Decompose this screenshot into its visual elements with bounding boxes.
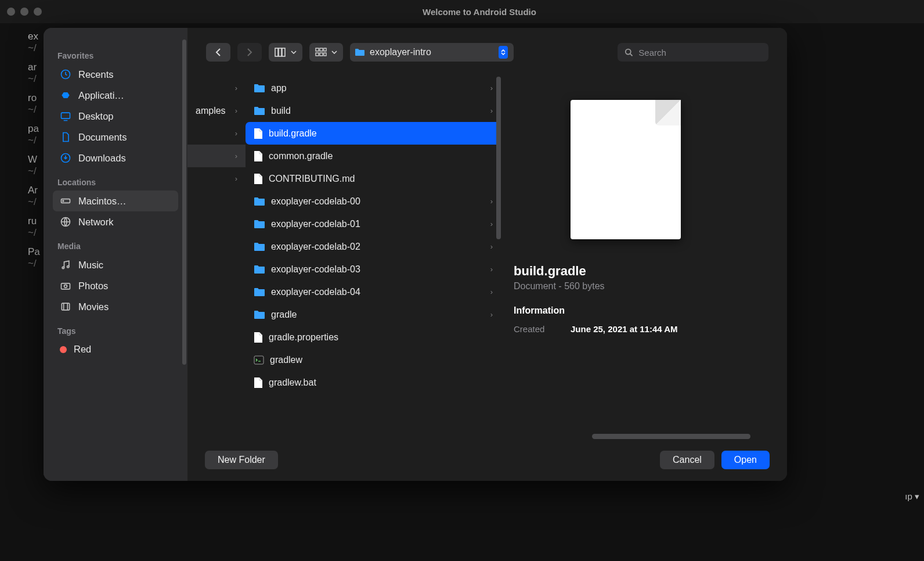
desktop-icon	[60, 110, 71, 122]
sidebar-item-downloads[interactable]: Downloads	[53, 148, 178, 168]
doc-icon	[60, 131, 71, 143]
sidebar-item-macintosh-hd[interactable]: Macintos…	[53, 190, 178, 211]
file-name: app	[271, 83, 287, 94]
zoom-window-button[interactable]	[34, 8, 42, 16]
stepper-icon	[499, 46, 508, 59]
sidebar-item-label: Network	[78, 217, 114, 228]
background-project-list: ex~/ ar~/ ro~/ pa~/ W~/ Ar~/ ru~/ Pa~/	[28, 23, 40, 276]
sidebar-item-tag-red[interactable]: Red	[53, 339, 178, 359]
hdd-icon	[60, 195, 71, 207]
dialog-toolbar: exoplayer-intro	[187, 28, 787, 77]
traffic-lights	[7, 8, 42, 16]
sidebar-item-documents[interactable]: Documents	[53, 127, 178, 148]
new-folder-button[interactable]: New Folder	[205, 451, 278, 469]
sidebar-item-applications[interactable]: Applicati…	[53, 85, 178, 106]
svg-point-6	[62, 267, 64, 268]
list-item[interactable]: exoplayer-codelab-02›	[246, 235, 501, 258]
music-icon	[60, 259, 71, 271]
list-item[interactable]: exoplayer-codelab-01›	[246, 213, 501, 235]
titlebar: Welcome to Android Studio	[0, 0, 924, 23]
view-group-button[interactable]	[309, 43, 343, 62]
file-name: exoplayer-codelab-02	[271, 242, 360, 252]
list-item[interactable]: ›	[187, 122, 246, 145]
list-item[interactable]: build.gradle	[246, 122, 501, 145]
chevron-down-icon	[291, 51, 297, 54]
sidebar-item-label: Movies	[78, 301, 109, 312]
svg-rect-8	[62, 283, 70, 289]
sidebar-section-media: Media	[57, 242, 178, 251]
list-item[interactable]: ›	[187, 145, 246, 167]
sidebar-item-music[interactable]: Music	[53, 254, 178, 275]
nav-forward-button[interactable]	[237, 43, 262, 62]
file-name: gradlew.bat	[269, 377, 316, 388]
search-field[interactable]	[618, 43, 768, 62]
list-item[interactable]: amples›	[187, 99, 246, 122]
list-item[interactable]: gradlew	[246, 348, 501, 371]
list-item[interactable]: ›	[187, 167, 246, 190]
file-icon	[254, 332, 263, 343]
svg-rect-14	[316, 48, 319, 51]
list-item[interactable]: exoplayer-codelab-00›	[246, 190, 501, 213]
sidebar-item-label: Red	[74, 344, 91, 355]
list-item[interactable]: gradle.properties	[246, 326, 501, 348]
sidebar-item-movies[interactable]: Movies	[53, 296, 178, 317]
tag-dot-icon	[60, 346, 67, 353]
chevron-down-icon	[331, 51, 337, 54]
preview-created-value: June 25, 2021 at 11:44 AM	[571, 324, 678, 334]
columns-icon	[275, 48, 286, 57]
page-fold-icon	[655, 100, 681, 125]
exec-icon	[254, 355, 264, 365]
folder-icon	[254, 84, 265, 93]
list-item[interactable]: common.gradle	[246, 145, 501, 167]
sidebar-item-label: Applicati…	[78, 90, 124, 101]
location-name: exoplayer-intro	[370, 47, 431, 57]
svg-rect-10	[62, 303, 69, 310]
preview-h-scrollbar[interactable]	[517, 434, 750, 439]
finder-sidebar: Favorites Recents Applicati… Desktop Doc…	[44, 28, 187, 481]
sidebar-item-network[interactable]: Network	[53, 211, 178, 232]
list-item[interactable]: build›	[246, 99, 501, 122]
open-file-dialog: Favorites Recents Applicati… Desktop Doc…	[44, 28, 787, 481]
svg-point-7	[67, 266, 69, 268]
sidebar-item-label: Photos	[78, 280, 108, 292]
column-scrollbar[interactable]	[496, 77, 501, 239]
list-item[interactable]: exoplayer-codelab-03›	[246, 258, 501, 280]
search-input[interactable]	[638, 48, 761, 57]
view-columns-button[interactable]	[269, 43, 302, 62]
folder-icon	[254, 287, 265, 297]
folder-icon	[254, 265, 265, 274]
file-name: gradle	[271, 310, 297, 320]
sidebar-scrollbar[interactable]	[182, 39, 186, 365]
minimize-window-button[interactable]	[20, 8, 28, 16]
sidebar-item-desktop[interactable]: Desktop	[53, 106, 178, 127]
sidebar-item-photos[interactable]: Photos	[53, 275, 178, 296]
close-window-button[interactable]	[7, 8, 15, 16]
sidebar-item-label: Downloads	[78, 153, 126, 164]
list-item[interactable]: app›	[246, 77, 501, 99]
preview-pane: build.gradle Document - 560 bytes Inform…	[501, 77, 750, 439]
apps-icon	[60, 89, 71, 101]
sidebar-item-recents[interactable]: Recents	[53, 64, 178, 85]
sidebar-item-label: Documents	[78, 132, 127, 143]
file-name: build	[271, 106, 291, 116]
file-icon	[254, 377, 263, 389]
svg-point-9	[64, 285, 67, 287]
cancel-button[interactable]: Cancel	[660, 451, 714, 469]
folder-icon	[254, 220, 265, 229]
list-item[interactable]: exoplayer-codelab-04›	[246, 280, 501, 303]
list-item[interactable]: gradle›	[246, 303, 501, 326]
folder-icon	[254, 242, 265, 251]
file-icon	[254, 128, 263, 139]
search-icon	[625, 48, 633, 57]
list-item[interactable]: gradlew.bat	[246, 371, 501, 394]
open-button[interactable]: Open	[721, 451, 770, 469]
file-name: exoplayer-codelab-01	[271, 219, 360, 229]
file-name: build.gradle	[269, 128, 317, 139]
list-item[interactable]: ›	[187, 77, 246, 99]
svg-rect-13	[282, 48, 285, 56]
svg-rect-15	[320, 48, 323, 51]
location-popup[interactable]: exoplayer-intro	[350, 43, 514, 62]
list-item[interactable]: CONTRIBUTING.md	[246, 167, 501, 190]
file-name: gradlew	[270, 355, 302, 365]
nav-back-button[interactable]	[206, 43, 230, 62]
